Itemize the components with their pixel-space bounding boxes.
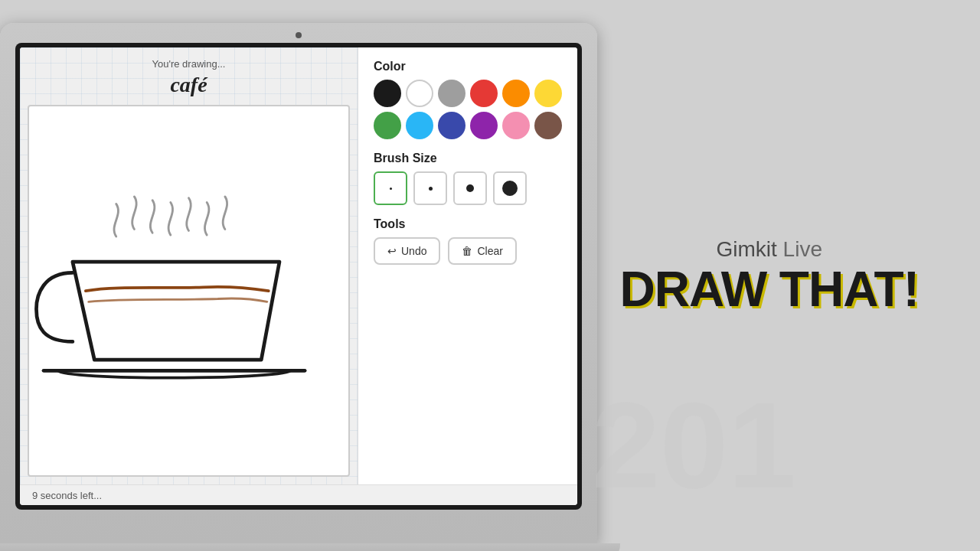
- color-section: Color: [374, 60, 562, 139]
- clear-label: Clear: [477, 245, 502, 257]
- brush-large[interactable]: [493, 171, 527, 205]
- brush-size-label: Brush Size: [374, 152, 562, 165]
- drawing-panel: You're drawing... café: [20, 47, 358, 484]
- drawing-prompt: You're drawing...: [35, 58, 342, 70]
- color-blue[interactable]: [438, 112, 466, 139]
- tools-section: Tools ↩ Undo 🗑 Clear: [374, 217, 562, 265]
- undo-icon: ↩: [387, 245, 397, 257]
- color-yellow[interactable]: [534, 80, 562, 107]
- drawing-word: café: [35, 73, 342, 97]
- live-label: Live: [783, 237, 822, 261]
- undo-button[interactable]: ↩ Undo: [374, 237, 440, 265]
- camera-dot: [296, 32, 302, 38]
- tools-row: ↩ Undo 🗑 Clear: [374, 237, 562, 265]
- brush-grid: [374, 171, 562, 205]
- brush-medium[interactable]: [453, 171, 487, 205]
- gimkit-label: Gimkit: [717, 237, 777, 261]
- color-brown[interactable]: [534, 112, 562, 139]
- color-black[interactable]: [374, 80, 401, 107]
- laptop-base: [0, 543, 620, 551]
- main-interface: You're drawing... café: [20, 47, 577, 484]
- color-purple[interactable]: [470, 112, 498, 139]
- watermark: 201: [592, 375, 796, 516]
- gimkit-live-label: Gimkit Live: [620, 237, 920, 262]
- color-red[interactable]: [470, 80, 498, 107]
- clear-button[interactable]: 🗑 Clear: [448, 237, 516, 265]
- color-green[interactable]: [374, 112, 401, 139]
- status-bar: 9 seconds left...: [20, 484, 577, 505]
- draw-that-label: Draw That!: [620, 265, 920, 314]
- screen-bezel: You're drawing... café: [15, 43, 582, 510]
- color-section-label: Color: [374, 60, 562, 73]
- brush-size-section: Brush Size: [374, 152, 562, 205]
- drawing-canvas[interactable]: [28, 105, 350, 477]
- color-light-blue[interactable]: [406, 112, 433, 139]
- color-gray[interactable]: [438, 80, 466, 107]
- brush-small[interactable]: [413, 171, 447, 205]
- trash-icon: 🗑: [462, 245, 472, 257]
- word-display: You're drawing... café: [20, 47, 358, 105]
- color-pink[interactable]: [502, 112, 530, 139]
- color-palette: [374, 80, 562, 139]
- tools-section-label: Tools: [374, 217, 562, 231]
- controls-panel: Color: [358, 47, 577, 484]
- color-white[interactable]: [406, 80, 433, 107]
- branding-area: 201 Gimkit Live Draw That!: [620, 237, 920, 314]
- timer-text: 9 seconds left...: [32, 490, 102, 501]
- laptop-shell: You're drawing... café: [0, 23, 597, 543]
- undo-label: Undo: [401, 245, 426, 257]
- color-orange[interactable]: [502, 80, 530, 107]
- screen-content: You're drawing... café: [20, 47, 577, 505]
- brush-extra-small[interactable]: [374, 171, 407, 205]
